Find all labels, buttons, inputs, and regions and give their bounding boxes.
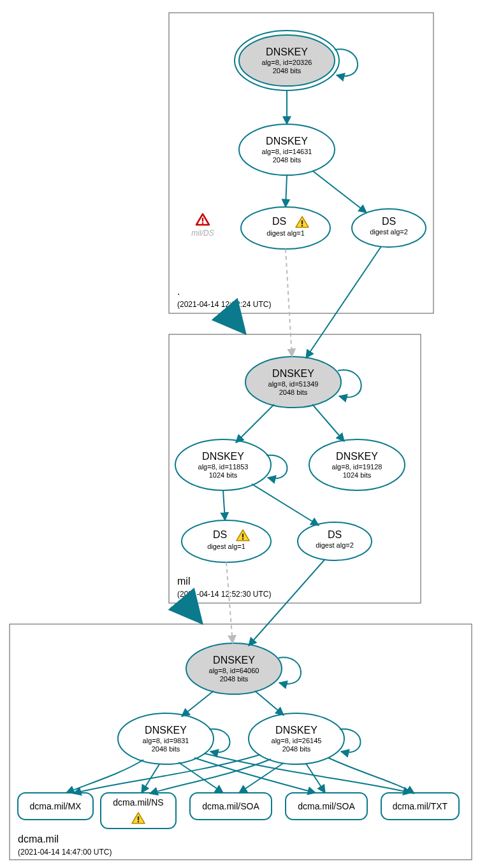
edge-zsk2-soa2	[306, 764, 325, 793]
svg-text:2048 bits: 2048 bits	[220, 675, 249, 683]
node-root-ds2: DS digest alg=2	[352, 209, 426, 247]
node-rr-mx: dcma.mil/MX	[18, 793, 93, 820]
svg-text:DNSKEY: DNSKEY	[272, 368, 314, 379]
edge-mil-zsk1-ds1	[223, 490, 225, 520]
svg-point-32	[182, 520, 271, 562]
edge-dcma-ksk-zsk2	[255, 691, 284, 715]
svg-text:DS: DS	[213, 529, 227, 540]
svg-text:DNSKEY: DNSKEY	[266, 136, 308, 146]
zone-dcma-name: dcma.mil	[18, 834, 59, 844]
svg-text:DNSKEY: DNSKEY	[213, 655, 255, 665]
edge-root-zsk-ds1	[286, 175, 287, 207]
svg-text:digest alg=1: digest alg=1	[266, 229, 305, 237]
svg-text:2048 bits: 2048 bits	[273, 156, 302, 164]
svg-text:mil/DS: mil/DS	[191, 229, 214, 238]
svg-point-13	[241, 207, 330, 249]
node-root-warn: mil/DS	[191, 214, 214, 238]
svg-text:alg=8, id=9831: alg=8, id=9831	[143, 737, 189, 744]
svg-text:digest alg=2: digest alg=2	[370, 228, 408, 236]
svg-text:alg=8, id=11853: alg=8, id=11853	[198, 463, 249, 471]
zone-mil-name: mil	[177, 576, 190, 587]
edge-root-ds2-mil-ksk	[306, 246, 381, 358]
edge-root-ds1-mil-ksk	[286, 249, 292, 357]
svg-text:DNSKEY: DNSKEY	[145, 725, 187, 736]
node-dcma-ksk: DNSKEY alg=8, id=64060 2048 bits	[186, 643, 282, 694]
svg-text:DS: DS	[328, 529, 342, 540]
edge-mil-zsk1-ds2	[252, 484, 319, 525]
node-dcma-zsk2: DNSKEY alg=8, id=26145 2048 bits	[249, 713, 344, 764]
edge-zsk1-soa1	[178, 762, 223, 793]
svg-text:1024 bits: 1024 bits	[343, 471, 372, 479]
svg-text:alg=8, id=20326: alg=8, id=20326	[262, 59, 312, 66]
edge-zone-mil-to-dcma	[185, 603, 199, 620]
svg-text:DS: DS	[272, 216, 286, 227]
node-mil-ds2: DS digest alg=2	[298, 522, 372, 560]
svg-text:alg=8, id=19128: alg=8, id=19128	[332, 463, 382, 471]
svg-text:alg=8, id=26145: alg=8, id=26145	[272, 737, 322, 744]
svg-text:DNSKEY: DNSKEY	[202, 451, 244, 462]
node-root-ds1: DS digest alg=1	[241, 207, 330, 249]
svg-text:2048 bits: 2048 bits	[282, 745, 311, 753]
node-mil-ds1: DS digest alg=1	[182, 520, 271, 562]
svg-text:2048 bits: 2048 bits	[273, 67, 302, 75]
svg-text:dcma.mil/NS: dcma.mil/NS	[113, 797, 163, 808]
node-root-zsk: DNSKEY alg=8, id=14631 2048 bits	[239, 124, 335, 175]
error-icon	[196, 214, 209, 225]
edge-zsk2-txt	[328, 758, 414, 793]
svg-text:DS: DS	[382, 216, 396, 227]
svg-text:digest alg=2: digest alg=2	[316, 541, 354, 549]
node-rr-soa2: dcma.mil/SOA	[286, 793, 367, 820]
svg-text:DNSKEY: DNSKEY	[266, 46, 308, 57]
svg-text:digest alg=1: digest alg=1	[207, 543, 245, 550]
node-root-ksk: DNSKEY alg=8, id=20326 2048 bits	[235, 31, 339, 90]
edge-dcma-ksk-zsk1	[182, 691, 214, 716]
svg-text:2048 bits: 2048 bits	[279, 388, 308, 396]
edge-zsk1-mx	[66, 760, 143, 793]
edge-mil-ds2-dcma-ksk	[249, 559, 325, 646]
zone-root-time: (2021-04-14 12:22:24 UTC)	[177, 300, 271, 309]
svg-text:DNSKEY: DNSKEY	[336, 451, 378, 462]
node-mil-zsk1: DNSKEY alg=8, id=11853 1024 bits	[175, 439, 271, 490]
zone-mil-time: (2021-04-14 12:52:30 UTC)	[177, 590, 271, 599]
node-mil-ksk: DNSKEY alg=8, id=51349 2048 bits	[245, 357, 341, 408]
svg-text:1024 bits: 1024 bits	[209, 471, 238, 479]
svg-text:alg=8, id=14631: alg=8, id=14631	[262, 148, 312, 155]
dnssec-auth-graph: . (2021-04-14 12:22:24 UTC) DNSKEY alg=8…	[0, 0, 480, 868]
node-mil-zsk2: DNSKEY alg=8, id=19128 1024 bits	[309, 439, 405, 490]
svg-text:DNSKEY: DNSKEY	[275, 725, 317, 736]
edge-zone-root-to-mil	[228, 313, 242, 330]
edge-root-zsk-ds2	[312, 171, 367, 213]
node-rr-txt: dcma.mil/TXT	[381, 793, 459, 820]
zone-dcma-time: (2021-04-14 14:47:00 UTC)	[18, 848, 112, 857]
node-rr-ns: dcma.mil/NS	[101, 793, 176, 829]
svg-text:dcma.mil/SOA: dcma.mil/SOA	[298, 801, 355, 811]
svg-text:2048 bits: 2048 bits	[152, 745, 180, 753]
edge-mil-ksk-zsk1	[236, 404, 274, 443]
zone-root-name: .	[177, 286, 180, 297]
node-dcma-zsk1: DNSKEY alg=8, id=9831 2048 bits	[118, 713, 214, 764]
node-rr-soa1: dcma.mil/SOA	[190, 793, 272, 820]
svg-text:alg=8, id=64060: alg=8, id=64060	[209, 667, 259, 674]
edge-mil-ksk-zsk2	[312, 404, 344, 441]
svg-text:dcma.mil/MX: dcma.mil/MX	[30, 801, 82, 811]
svg-text:dcma.mil/SOA: dcma.mil/SOA	[202, 801, 259, 811]
svg-text:alg=8, id=51349: alg=8, id=51349	[268, 380, 319, 388]
svg-text:dcma.mil/TXT: dcma.mil/TXT	[393, 801, 448, 811]
